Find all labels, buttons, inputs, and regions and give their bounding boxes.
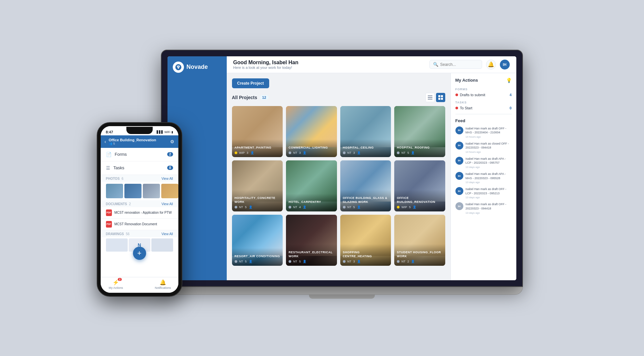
bell-icon: 🔔 xyxy=(488,61,494,68)
feed-avatar-3: IH xyxy=(455,172,463,180)
phone-notch xyxy=(126,127,153,134)
actions-badge: 2 xyxy=(118,278,122,281)
feed-avatar-4: IH xyxy=(455,187,463,195)
forms-section-label: FORMS xyxy=(455,88,512,91)
tasks-icon: ☰ xyxy=(106,165,110,171)
feed-title: Feed xyxy=(455,118,512,123)
feed-item-3: IH Isabel Han mark as draft APA - MAS - … xyxy=(455,172,512,184)
phone-doc-2[interactable]: PDF MCST Renovation Document xyxy=(101,219,178,230)
grid-view-button[interactable] xyxy=(436,93,445,102)
phone-tasks-item[interactable]: ☰ Tasks 8 xyxy=(101,161,178,175)
greeting-section: Good Morning, Isabel Han Here is a look … xyxy=(233,60,298,69)
phone-back-button[interactable]: ‹ xyxy=(105,139,106,144)
drawing-thumb-3[interactable] xyxy=(151,238,173,252)
svg-rect-3 xyxy=(428,97,432,98)
tasks-action-count: 0 xyxy=(509,106,511,110)
project-card-10[interactable]: SHOPPING CENTRE_HEATING NT 3 👤 xyxy=(340,215,391,266)
project-card-9[interactable]: RESTAURANT_ELECTRICAL WORK NT 5 👤 xyxy=(286,215,337,266)
phone-project-name: Office Building_Renovation xyxy=(109,138,156,142)
project-card-4[interactable]: HOSPITALITY_CONCRETE WORK NT 5 👤 xyxy=(232,160,283,211)
project-grid: APARTMENT_PAINTING WIP 3 👤 xyxy=(232,106,445,266)
feed-text-1: Isabel Han mark as closed OFF - 20220323… xyxy=(466,142,512,150)
list-view-button[interactable] xyxy=(425,93,435,102)
project-card-11[interactable]: STUDENT HOUSING_FLOOR WORK NT 2 👤 xyxy=(394,215,445,266)
project-card-8[interactable]: RESORT_AIR CONDITIONING NT 5 👤 xyxy=(232,215,283,266)
project-name-8: RESORT_AIR CONDITIONING xyxy=(235,255,280,259)
phone-photos-row xyxy=(101,182,178,200)
laptop-base xyxy=(161,287,523,295)
phone-project-users: 👥 5 xyxy=(109,142,156,145)
project-card-7[interactable]: OFFICE BUILDING_RENOVATION WIP 5 👤 xyxy=(394,160,445,211)
forms-action-count: 4 xyxy=(509,93,511,97)
laptop-stand xyxy=(309,295,375,299)
drawings-count: 56 xyxy=(126,232,130,236)
battery-icon: ▮ xyxy=(171,130,173,134)
drawing-thumb-1[interactable] xyxy=(106,238,128,252)
docs-view-all-link[interactable]: View All xyxy=(162,202,173,206)
pdf-icon-2: PDF xyxy=(106,221,112,228)
avatar-initials: IH xyxy=(503,63,506,67)
status-text-0: WIP xyxy=(239,151,245,154)
tasks-action-label: To Start xyxy=(460,106,473,110)
project-name-0: APARTMENT_PAINTING xyxy=(235,146,280,150)
feed-time-2: 13 days ago xyxy=(466,166,512,169)
notifications-label: Notifications xyxy=(155,286,171,289)
phone-header: ‹ Office Building_Renovation 👥 5 ⚙ xyxy=(101,135,178,148)
tasks-label: Tasks xyxy=(114,165,124,170)
project-name-3: HOSPITAL_ROOFING xyxy=(397,146,443,150)
svg-rect-8 xyxy=(441,98,443,100)
signal-icon: ▋▋▋ xyxy=(157,130,164,134)
photos-view-all-link[interactable]: View All xyxy=(162,177,173,180)
photo-thumb-4[interactable] xyxy=(161,184,178,198)
project-name-1: COMMERCIAL_LIGHTING xyxy=(289,146,334,150)
phone-status-icons: ▋▋▋ WiFi ▮ xyxy=(157,130,173,134)
search-input[interactable] xyxy=(440,62,478,67)
photo-thumb-3[interactable] xyxy=(143,184,160,198)
photo-thumb-2[interactable] xyxy=(124,184,142,198)
users-icon-0: 👤 xyxy=(250,151,254,154)
forms-icon: 📄 xyxy=(106,152,112,157)
svg-rect-7 xyxy=(438,98,440,100)
phone-my-actions-tab[interactable]: ⚡ 2 My Actions xyxy=(101,279,131,289)
notification-button[interactable]: 🔔 xyxy=(486,60,496,69)
project-card-2[interactable]: HOSPITAL_CEILING NT 3 👤 xyxy=(340,106,391,157)
phone-doc-1[interactable]: PDF MCST renovation - Application for PT… xyxy=(101,207,178,219)
feed-text-2: Isabel Han mark as draft APA - LCP - 202… xyxy=(466,157,512,165)
my-actions-label: My Actions xyxy=(109,286,123,289)
forms-label: Forms xyxy=(115,152,127,157)
svg-point-0 xyxy=(175,64,181,70)
tasks-badge: 8 xyxy=(167,166,173,170)
photo-thumb-1[interactable] xyxy=(106,184,123,198)
tasks-section-label: TASKS xyxy=(455,101,512,104)
drawings-view-all-link[interactable]: View All xyxy=(162,232,173,236)
projects-title-text: All Projects xyxy=(232,95,257,100)
phone-photos-header: PHOTOS 6 View All xyxy=(101,175,178,182)
feed-time-5: 13 days ago xyxy=(466,211,512,214)
project-card-3[interactable]: HOSPITAL_ROOFING NT 5 👤 xyxy=(394,106,445,157)
project-card-0[interactable]: APARTMENT_PAINTING WIP 3 👤 xyxy=(232,106,283,157)
project-card-6[interactable]: OFFICE BUILDING_GLASS & GLAZING WORK NT … xyxy=(340,160,391,211)
sidebar-logo: Novade xyxy=(167,62,227,79)
project-card-5[interactable]: HOTEL_CARPENTRY NT 4 👤 xyxy=(286,160,337,211)
project-card-1[interactable]: COMMERCIAL_LIGHTING NT 3 👤 xyxy=(286,106,337,157)
user-avatar[interactable]: IH xyxy=(500,60,510,69)
forms-action-label: Drafts to submit xyxy=(460,93,485,97)
search-box[interactable]: 🔍 xyxy=(429,60,482,69)
phone-fab-button[interactable]: + xyxy=(133,247,146,260)
svg-rect-2 xyxy=(428,96,432,96)
feed-avatar-5: IH xyxy=(455,202,463,210)
create-project-button[interactable]: Create Project xyxy=(232,78,269,88)
phone-notifications-tab[interactable]: 🔔 Notifications xyxy=(148,279,178,289)
phone-device: 8:47 ▋▋▋ WiFi ▮ ‹ Office Building_Renova… xyxy=(97,122,182,297)
photos-count: 6 xyxy=(122,177,124,180)
project-name-10: SHOPPING CENTRE_HEATING xyxy=(343,251,389,258)
top-bar-actions: 🔍 🔔 IH xyxy=(429,60,510,69)
feed-text-3: Isabel Han mark as draft APA - MAS - 202… xyxy=(466,172,512,180)
laptop-screen: Novade Good Morning, Isabel Han Here is … xyxy=(167,56,516,280)
feed-avatar-1: IH xyxy=(455,142,463,150)
projects-title: All Projects 12 xyxy=(232,95,269,100)
forms-badge: 2 xyxy=(167,152,173,156)
phone-settings-icon[interactable]: ⚙ xyxy=(170,139,174,144)
phone-forms-item[interactable]: 📄 Forms 2 xyxy=(101,148,178,161)
feed-item-5: IH Isabel Han mark as draft OFF - 202203… xyxy=(455,202,512,214)
